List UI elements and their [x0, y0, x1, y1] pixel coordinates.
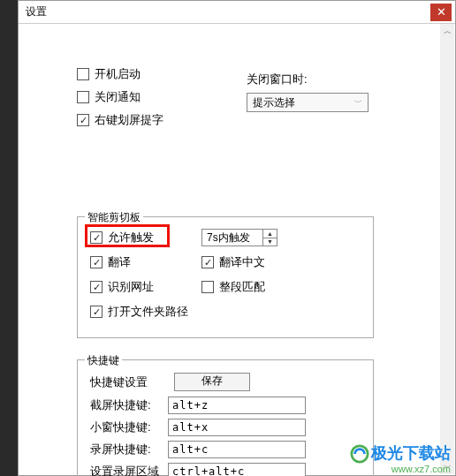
spinner-up-icon[interactable]: ▲ — [263, 230, 277, 238]
content-area: 开机启动 关闭通知 右键划屏提字 关闭窗口时: 提示选择 ﹀ 智能剪切板 允许触… — [19, 24, 439, 475]
clipboard-fieldset: 智能剪切板 允许触发 7s内触发 ▲ ▼ 翻译 翻译中文 — [77, 216, 374, 338]
miniwindow-hotkey-label: 小窗快捷键: — [90, 419, 168, 435]
trigger-time-value: 7s内触发 — [207, 230, 250, 246]
screenshot-hotkey-input[interactable] — [168, 397, 306, 414]
trigger-time-spinner[interactable]: 7s内触发 ▲ ▼ — [201, 229, 277, 246]
startup-checkbox[interactable] — [77, 68, 89, 80]
open-folder-label: 打开文件夹路径 — [108, 304, 188, 320]
translate-checkbox[interactable] — [90, 256, 103, 268]
titlebar: 设置 ✕ — [19, 1, 455, 24]
close-window-selected: 提示选择 — [253, 95, 295, 110]
rightclick-capture-label: 右键划屏提字 — [95, 112, 163, 128]
allow-trigger-checkbox[interactable] — [90, 231, 103, 244]
spinner-arrows[interactable]: ▲ ▼ — [262, 230, 277, 246]
miniwindow-hotkey-input[interactable] — [168, 419, 306, 436]
translate-label: 翻译 — [108, 254, 131, 270]
record-hotkey-label: 录屏快捷键: — [90, 442, 168, 457]
allow-trigger-label: 允许触发 — [108, 230, 154, 246]
close-icon: ✕ — [437, 5, 446, 19]
clipboard-legend: 智能剪切板 — [85, 210, 143, 225]
hotkey-legend: 快捷键 — [85, 353, 122, 368]
record-hotkey-input[interactable] — [168, 441, 306, 458]
vertical-scrollbar[interactable]: ︿ ﹀ — [440, 24, 454, 474]
spinner-down-icon[interactable]: ▼ — [263, 238, 277, 246]
detect-url-label: 识别网址 — [108, 279, 154, 295]
watermark-logo-icon — [350, 444, 369, 464]
startup-label: 开机启动 — [95, 66, 141, 82]
close-button[interactable]: ✕ — [430, 4, 452, 21]
rightclick-capture-checkbox[interactable] — [77, 114, 89, 126]
watermark-url: www.xz7.com — [350, 464, 451, 474]
hotkey-fieldset: 快捷键 快捷键设置 保存 截屏快捷键: 小窗快捷键: 录屏快捷键: 设置录屏区域 — [77, 359, 374, 476]
detect-url-checkbox[interactable] — [90, 281, 103, 293]
close-window-section: 关闭窗口时: 提示选择 ﹀ — [247, 72, 369, 112]
close-window-label: 关闭窗口时: — [247, 72, 369, 87]
scroll-up-icon[interactable]: ︿ — [440, 24, 454, 38]
record-area-hotkey-input[interactable] — [168, 463, 306, 476]
window-title: 设置 — [26, 4, 47, 19]
hotkey-settings-label: 快捷键设置 — [90, 374, 148, 390]
record-area-hotkey-label: 设置录屏区域 — [90, 464, 168, 476]
translate-cn-checkbox[interactable] — [201, 256, 214, 268]
close-notify-label: 关闭通知 — [95, 89, 141, 105]
app-sidebar — [0, 0, 18, 476]
close-window-select[interactable]: 提示选择 ﹀ — [247, 93, 369, 112]
close-notify-checkbox[interactable] — [77, 91, 89, 103]
settings-window: 设置 ✕ 开机启动 关闭通知 右键划屏提字 关闭窗口时: 提示选择 ﹀ — [18, 0, 456, 476]
watermark: 极光下载站 www.xz7.com — [350, 442, 451, 474]
translate-cn-label: 翻译中文 — [219, 254, 265, 270]
segment-match-label: 整段匹配 — [219, 279, 265, 295]
segment-match-checkbox[interactable] — [201, 281, 214, 293]
open-folder-checkbox[interactable] — [90, 306, 103, 318]
chevron-down-icon: ﹀ — [354, 97, 362, 109]
screenshot-hotkey-label: 截屏快捷键: — [90, 397, 168, 413]
save-button[interactable]: 保存 — [174, 373, 250, 391]
general-options: 开机启动 关闭通知 右键划屏提字 — [77, 66, 163, 135]
watermark-name: 极光下载站 — [371, 444, 451, 462]
